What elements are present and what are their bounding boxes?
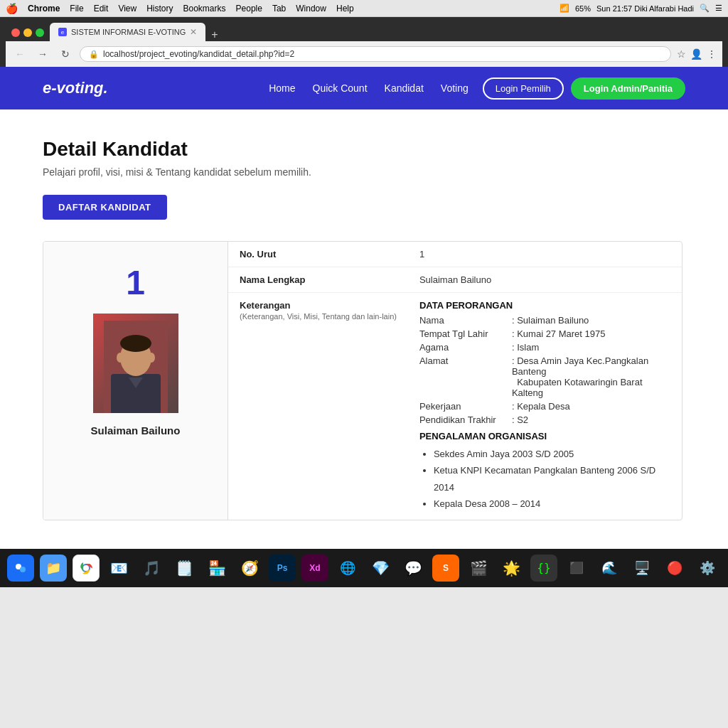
daftar-kandidat-button[interactable]: DAFTAR KANDIDAT [43,195,167,220]
menu-bookmarks[interactable]: Bookmarks [183,4,226,14]
candidate-right-panel: No. Urut 1 Nama Lengkap Sulaiman Bailuno… [228,242,682,520]
menu-help[interactable]: Help [336,4,354,14]
dock-safari[interactable]: 🧭 [236,555,263,582]
table-row: Nama Lengkap Sulaiman Bailuno [228,267,682,293]
page-subtitle: Pelajari profil, visi, misi & Tentang ka… [43,166,685,178]
data-pendidikan: Pendidikan Trakhir : S2 [419,414,670,425]
label-nama: Nama [419,315,512,326]
dock-files[interactable]: 📁 [40,555,67,582]
value-no-urut: 1 [408,242,682,267]
dock-finder[interactable] [7,555,34,582]
traffic-light-close[interactable] [11,28,20,37]
dock-misc1[interactable]: 🌐 [334,555,361,582]
dock-photoshop[interactable]: Ps [269,555,296,582]
browser-tabs: e SISTEM INFORMASI E-VOTING ✕ + [6,23,722,41]
apple-icon: 🍎 [6,3,18,14]
toolbar-right: ☆ 👤 ⋮ [677,48,717,60]
org-title: PENGALAMAN ORGANISASI [419,431,670,441]
traffic-light-minimize[interactable] [23,28,32,37]
new-tab-button[interactable]: + [205,28,223,41]
dock-notes[interactable]: 🗒️ [171,555,198,582]
label-agama: Agama [419,342,512,353]
tab-favicon: e [58,28,67,36]
dock-appstore[interactable]: 🏪 [203,555,230,582]
battery-level: 65% [575,4,591,13]
search-icon[interactable]: 🔍 [700,4,710,13]
login-pemilih-button[interactable]: Login Pemilih [483,77,564,100]
svg-point-4 [117,353,124,363]
back-button[interactable]: ← [11,46,28,63]
taskbar: 📁 📧 🎵 🗒️ 🏪 🧭 Ps Xd 🌐 💎 💬 S 🎬 🌟 {} ⬛ 🌊 🖥️… [0,549,728,587]
label-pendidikan: Pendidikan Trakhir [419,414,512,425]
value-pendidikan: : S2 [512,414,528,425]
dock-code[interactable]: {} [530,555,557,582]
org-item: Ketua KNPI Kecamatan Pangkalan Banteng 2… [434,462,670,496]
menu-icon[interactable]: ☰ [715,4,722,13]
dock-remote[interactable]: 🖥️ [628,555,655,582]
nav-quickcount[interactable]: Quick Count [313,82,368,94]
nav-home[interactable]: Home [269,82,295,94]
address-bar[interactable]: 🔒 localhost/project_evoting/kandidat_det… [80,46,671,62]
dock-xd[interactable]: Xd [301,555,328,582]
nav-voting[interactable]: Voting [441,82,469,94]
label-ttl: Tempat Tgl Lahir [419,328,512,339]
data-pekerjaan: Pekerjaan : Kepala Desa [419,401,670,412]
keterangan-title: Keterangan [240,300,291,311]
dock-misc3[interactable]: ⚙️ [694,555,721,582]
profile-icon[interactable]: 👤 [690,48,702,60]
login-admin-button[interactable]: Login Admin/Panitia [571,77,685,100]
menu-people[interactable]: People [236,4,262,14]
reload-button[interactable]: ↻ [57,46,74,63]
menu-file[interactable]: File [70,4,83,14]
more-icon[interactable]: ⋮ [707,48,717,60]
org-item: Sekdes Amin Jaya 2003 S/D 2005 [434,446,670,462]
dock-sketch[interactable]: 💎 [367,555,394,582]
person-photo-svg [104,321,168,413]
bookmark-icon[interactable]: ☆ [677,48,686,60]
menu-history[interactable]: History [146,4,173,14]
datetime: Sun 21:57 Diki Alfarabi Hadi [596,4,694,13]
dock-terminal[interactable]: ⬛ [563,555,590,582]
dock-browser2[interactable]: 🌊 [596,555,623,582]
app-name[interactable]: Chrome [28,4,60,14]
menu-view[interactable]: View [118,4,136,14]
tab-close-btn[interactable]: ✕ [190,27,197,37]
candidate-photo [93,314,178,413]
value-pekerjaan: : Kepala Desa [512,401,570,412]
personal-data-title: DATA PERORANGAN [419,300,670,311]
mac-menubar: 🍎 Chrome File Edit View History Bookmark… [0,0,728,17]
dock-chrome[interactable] [73,555,100,582]
site-logo: e-voting. [43,79,108,97]
keterangan-sub: (Keterangan, Visi, Misi, Tentang dan lai… [240,312,397,321]
table-row: No. Urut 1 [228,242,682,267]
tab-title: SISTEM INFORMASI E-VOTING [71,28,186,36]
candidate-left-panel: 1 [43,242,228,520]
forward-button[interactable]: → [34,46,51,63]
page-title: Detail Kandidat [43,138,685,161]
menu-edit[interactable]: Edit [94,4,109,14]
menu-tab[interactable]: Tab [272,4,286,14]
traffic-light-fullscreen[interactable] [36,28,44,37]
org-item: Kepala Desa 2008 – 2014 [434,496,670,512]
keterangan-content: DATA PERORANGAN Nama : Sulaiman Bailuno … [408,293,682,520]
label-nama-lengkap: Nama Lengkap [228,267,408,293]
lock-icon: 🔒 [89,50,99,59]
data-agama: Agama : Islam [419,342,670,353]
page-content: Detail Kandidat Pelajari profil, visi, m… [0,109,728,549]
dock-misc2[interactable]: 🔴 [661,555,688,582]
value-ttl: : Kumai 27 Maret 1975 [512,328,606,339]
dock-vlc[interactable]: 🎬 [465,555,492,582]
dock-music[interactable]: 🎵 [138,555,165,582]
dock-slides[interactable]: S [432,555,459,582]
browser-tab-active[interactable]: e SISTEM INFORMASI E-VOTING ✕ [50,23,205,41]
dock-mail[interactable]: 📧 [105,555,132,582]
candidate-number: 1 [126,263,145,302]
org-list: Sekdes Amin Jaya 2003 S/D 2005 Ketua KNP… [419,446,670,513]
wifi-icon: 📶 [560,4,569,13]
dock-imovie[interactable]: 🌟 [498,555,525,582]
webpage: e-voting. Home Quick Count Kandidat Voti… [0,67,728,549]
dock-whatsapp[interactable]: 💬 [400,555,427,582]
nav-kandidat[interactable]: Kandidat [385,82,424,94]
menu-window[interactable]: Window [296,4,326,14]
browser-toolbar: ← → ↻ 🔒 localhost/project_evoting/kandid… [6,41,722,67]
